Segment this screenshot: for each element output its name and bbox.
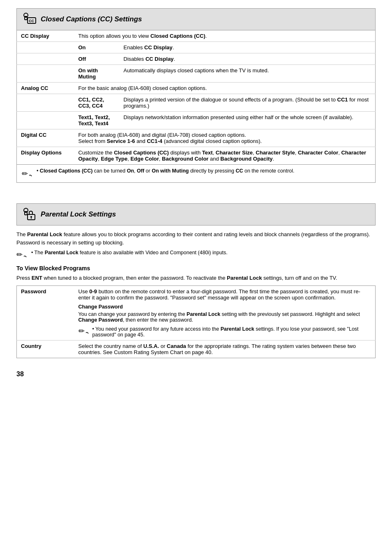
- table-row: CC Display This option allows you to vie…: [17, 30, 376, 42]
- off-label: Off: [70, 53, 120, 65]
- parental-settings-table: Password Use 0-9 button on the remote co…: [16, 285, 376, 358]
- display-options-desc: Customize the Closed Captions (CC) displ…: [70, 147, 376, 165]
- cc-note-box: ✏ • Closed Captions (CC) can be turned O…: [16, 165, 376, 183]
- on-label: On: [70, 42, 120, 53]
- table-row: On with Muting Automatically displays cl…: [17, 65, 376, 83]
- password-desc: Use 0-9 button on the remote control to …: [70, 285, 376, 340]
- parental-section-title: Parental Lock Settings: [41, 210, 116, 219]
- cc1-cc4-label: CC1, CC2,CC3, CC4: [70, 94, 120, 112]
- text1-text4-label: Text1, Text2,Text3, Text4: [70, 112, 120, 129]
- svg-point-8: [30, 216, 32, 218]
- off-desc: Disables CC Display.: [120, 53, 376, 65]
- country-desc: Select the country name of U.S.A. or Can…: [70, 340, 376, 358]
- svg-text:CC: CC: [29, 19, 34, 23]
- svg-text:✏: ✏: [78, 327, 85, 335]
- table-row: Text1, Text2,Text3, Text4 Displays netwo…: [17, 112, 376, 129]
- on-desc: Enables CC Display.: [120, 42, 376, 53]
- cc-note-text: • Closed Captions (CC) can be turned On,…: [37, 168, 295, 174]
- blocked-programs-section: To View Blocked Programs Press ENT when …: [16, 265, 376, 282]
- text1-text4-desc: Displays network/station information pre…: [120, 112, 376, 129]
- table-row: Off Disables CC Display.: [17, 53, 376, 65]
- pencil-icon: ✏: [22, 169, 33, 178]
- display-options-label: Display Options: [17, 147, 70, 165]
- password-inner-note: ✏ • You need your password for any futur…: [78, 326, 371, 338]
- table-row: CC1, CC2,CC3, CC4 Displays a printed ver…: [17, 94, 376, 112]
- analog-cc-desc: For the basic analog (EIA-608) closed ca…: [70, 83, 376, 94]
- svg-text:✏: ✏: [16, 251, 23, 259]
- password-note-text: • You need your password for any future …: [92, 326, 371, 338]
- country-label: Country: [17, 340, 70, 358]
- parental-section-header: Parental Lock Settings: [16, 203, 376, 226]
- pencil-icon-2: ✏: [16, 250, 28, 260]
- table-row: Analog CC For the basic analog (EIA-608)…: [17, 83, 376, 94]
- table-row: Country Select the country name of U.S.A…: [17, 340, 376, 358]
- cc-icon: CC: [22, 12, 37, 27]
- pencil-note-icon: ✏: [22, 169, 33, 179]
- parental-lock-icon: [22, 207, 37, 222]
- parental-note1-text: • The Parental Lock feature is also avai…: [31, 250, 228, 255]
- cc-section-header: CC Closed Captions (CC) Settings: [16, 8, 376, 30]
- page-number: 38: [16, 371, 376, 378]
- cc-display-desc: This option allows you to view Closed Ca…: [70, 30, 376, 42]
- table-row: On Enables CC Display.: [17, 42, 376, 53]
- change-password-section: Change Password You can change your pass…: [78, 304, 371, 338]
- pencil-icon-3: ✏: [78, 326, 90, 336]
- on-with-muting-label: On with Muting: [70, 65, 120, 83]
- cc-display-label: CC Display: [17, 30, 70, 42]
- digital-cc-label: Digital CC: [17, 129, 70, 147]
- digital-cc-desc: For both analog (EIA-608) and digital (E…: [70, 129, 376, 147]
- analog-cc-label: Analog CC: [17, 83, 70, 94]
- blocked-programs-para: Press ENT when tuned to a blocked progra…: [16, 274, 376, 282]
- table-row: Password Use 0-9 button on the remote co…: [17, 285, 376, 340]
- svg-text:✏: ✏: [22, 170, 28, 178]
- password-label: Password: [17, 285, 70, 340]
- cc1-cc4-desc: Displays a printed version of the dialog…: [120, 94, 376, 112]
- table-row: Display Options Customize the Closed Cap…: [17, 147, 376, 165]
- on-with-muting-desc: Automatically displays closed captions w…: [120, 65, 376, 83]
- blocked-programs-title: To View Blocked Programs: [16, 265, 376, 272]
- spacer: [16, 183, 376, 199]
- parental-intro: The Parental Lock feature allows you to …: [16, 226, 376, 250]
- table-row: Digital CC For both analog (EIA-608) and…: [17, 129, 376, 147]
- cc-settings-table: CC Display This option allows you to vie…: [16, 30, 376, 165]
- cc-section-title: Closed Captions (CC) Settings: [41, 15, 142, 23]
- parental-note1: ✏ • The Parental Lock feature is also av…: [16, 250, 376, 260]
